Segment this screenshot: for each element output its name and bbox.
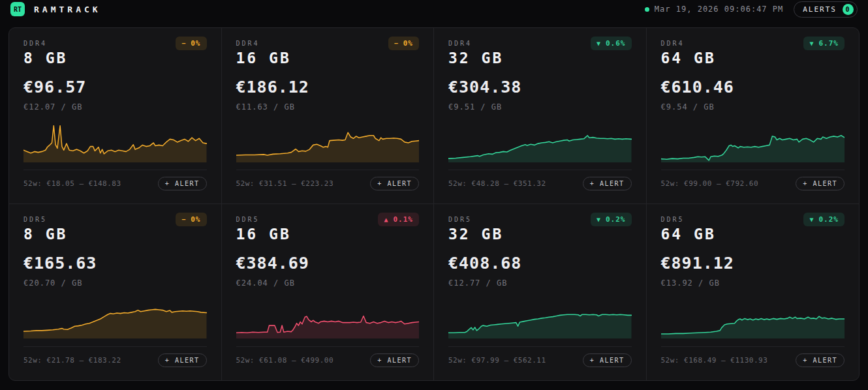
add-alert-button[interactable]: + ALERT bbox=[158, 353, 207, 367]
add-alert-button[interactable]: + ALERT bbox=[370, 353, 419, 367]
card-size: 32 GB bbox=[448, 226, 503, 243]
trend-badge: − 0% bbox=[176, 213, 206, 226]
sparkline-chart bbox=[23, 298, 207, 338]
trend-badge: − 0% bbox=[388, 37, 419, 50]
card-price: €384.69 bbox=[236, 254, 420, 273]
card-footer: 52w: €97.99 — €562.11 + ALERT bbox=[448, 346, 632, 367]
sparkline-chart bbox=[661, 298, 845, 338]
timestamp: Mar 19, 2026 09:06:47 PM bbox=[655, 5, 783, 14]
card-footer: 52w: €168.49 — €1130.93 + ALERT bbox=[661, 346, 845, 367]
card-size: 16 GB bbox=[236, 226, 291, 243]
card-price-per-gb: €9.51 / GB bbox=[448, 102, 632, 112]
card-size: 64 GB bbox=[661, 50, 716, 67]
trend-value: 0.1% bbox=[394, 215, 414, 224]
card-price-per-gb: €24.04 / GB bbox=[236, 278, 420, 288]
header: RT RAMTRACK Mar 19, 2026 09:06:47 PM ALE… bbox=[0, 0, 868, 18]
card-price: €96.57 bbox=[23, 78, 207, 97]
trend-direction-icon: − bbox=[181, 40, 186, 47]
card-price-per-gb: €9.54 / GB bbox=[661, 102, 845, 112]
trend-value: 0% bbox=[191, 215, 200, 224]
card-price: €610.46 bbox=[661, 78, 845, 97]
card-type-label: DDR5 bbox=[236, 214, 291, 223]
card-type-label: DDR5 bbox=[448, 214, 503, 223]
card-grid: DDR4 8 GB − 0% €96.57 €12.07 / GB 52w: €… bbox=[9, 28, 859, 380]
ram-card: DDR4 8 GB − 0% €96.57 €12.07 / GB 52w: €… bbox=[9, 28, 222, 204]
alerts-button-label: ALERTS bbox=[803, 5, 837, 14]
card-price-per-gb: €20.70 / GB bbox=[23, 278, 207, 288]
card-size: 8 GB bbox=[23, 226, 67, 243]
trend-direction-icon: ▼ bbox=[809, 40, 814, 47]
trend-badge: − 0% bbox=[176, 37, 206, 50]
card-size: 16 GB bbox=[236, 50, 291, 67]
trend-direction-icon: ▼ bbox=[597, 216, 601, 223]
trend-badge: ▲ 0.1% bbox=[378, 213, 419, 226]
card-size: 32 GB bbox=[448, 50, 503, 67]
trend-direction-icon: ▼ bbox=[809, 216, 814, 223]
card-price-per-gb: €13.92 / GB bbox=[661, 278, 845, 288]
card-type-label: DDR4 bbox=[23, 38, 67, 47]
card-footer: 52w: €21.78 — €183.22 + ALERT bbox=[23, 346, 207, 367]
ram-card: DDR4 64 GB ▼ 6.7% €610.46 €9.54 / GB 52w… bbox=[647, 28, 860, 204]
add-alert-button[interactable]: + ALERT bbox=[796, 353, 845, 367]
card-size: 64 GB bbox=[661, 226, 716, 243]
card-footer: 52w: €18.05 — €148.83 + ALERT bbox=[23, 170, 207, 190]
sparkline-chart bbox=[236, 298, 420, 338]
sparkline-chart bbox=[661, 122, 845, 162]
ram-card: DDR4 32 GB ▼ 0.6% €304.38 €9.51 / GB 52w… bbox=[434, 28, 647, 204]
card-price: €186.12 bbox=[236, 78, 420, 97]
card-price-per-gb: €12.77 / GB bbox=[448, 278, 632, 288]
card-52w-range: 52w: €18.05 — €148.83 bbox=[23, 179, 121, 188]
sparkline-chart bbox=[448, 298, 632, 338]
card-grid-container: DDR4 8 GB − 0% €96.57 €12.07 / GB 52w: €… bbox=[8, 27, 860, 381]
trend-value: 6.7% bbox=[819, 39, 839, 48]
card-footer: 52w: €61.08 — €499.00 + ALERT bbox=[236, 346, 420, 367]
trend-value: 0.2% bbox=[819, 215, 839, 224]
card-footer: 52w: €31.51 — €223.23 + ALERT bbox=[236, 170, 420, 190]
card-footer: 52w: €48.28 — €351.32 + ALERT bbox=[448, 170, 632, 190]
sparkline-chart bbox=[236, 122, 420, 162]
alerts-button[interactable]: ALERTS 0 bbox=[794, 1, 858, 18]
card-52w-range: 52w: €31.51 — €223.23 bbox=[236, 179, 334, 188]
alerts-count-badge: 0 bbox=[843, 4, 854, 15]
trend-direction-icon: − bbox=[181, 216, 186, 223]
trend-badge: ▼ 0.6% bbox=[591, 37, 632, 50]
trend-direction-icon: ▼ bbox=[597, 40, 601, 47]
sparkline-chart bbox=[448, 122, 632, 162]
trend-value: 0% bbox=[403, 39, 413, 48]
add-alert-button[interactable]: + ALERT bbox=[796, 177, 845, 190]
trend-badge: ▼ 0.2% bbox=[591, 213, 632, 226]
ram-card: DDR4 16 GB − 0% €186.12 €11.63 / GB 52w:… bbox=[222, 28, 435, 204]
ram-card: DDR5 64 GB ▼ 0.2% €891.12 €13.92 / GB 52… bbox=[647, 204, 860, 380]
trend-value: 0.2% bbox=[606, 215, 626, 224]
card-52w-range: 52w: €168.49 — €1130.93 bbox=[661, 356, 768, 365]
card-price-per-gb: €12.07 / GB bbox=[23, 102, 207, 112]
card-52w-range: 52w: €21.78 — €183.22 bbox=[23, 356, 121, 365]
card-52w-range: 52w: €61.08 — €499.00 bbox=[236, 356, 334, 365]
trend-direction-icon: ▲ bbox=[384, 216, 388, 223]
card-price-per-gb: €11.63 / GB bbox=[236, 102, 420, 112]
ram-card: DDR5 16 GB ▲ 0.1% €384.69 €24.04 / GB 52… bbox=[222, 204, 435, 380]
ram-card: DDR5 32 GB ▼ 0.2% €408.68 €12.77 / GB 52… bbox=[434, 204, 647, 380]
brand-logo: RT bbox=[10, 2, 25, 16]
card-type-label: DDR4 bbox=[661, 38, 716, 47]
trend-badge: ▼ 0.2% bbox=[803, 213, 845, 226]
add-alert-button[interactable]: + ALERT bbox=[158, 177, 207, 190]
card-footer: 52w: €99.00 — €792.60 + ALERT bbox=[661, 170, 845, 190]
trend-badge: ▼ 6.7% bbox=[803, 37, 845, 50]
card-size: 8 GB bbox=[23, 50, 67, 67]
trend-direction-icon: − bbox=[394, 40, 399, 47]
app-title: RAMTRACK bbox=[34, 5, 101, 14]
card-52w-range: 52w: €99.00 — €792.60 bbox=[661, 179, 759, 188]
add-alert-button[interactable]: + ALERT bbox=[583, 353, 632, 367]
card-type-label: DDR4 bbox=[236, 38, 291, 47]
card-price: €408.68 bbox=[448, 254, 632, 273]
card-type-label: DDR5 bbox=[661, 214, 716, 223]
sparkline-chart bbox=[23, 122, 207, 162]
card-52w-range: 52w: €97.99 — €562.11 bbox=[448, 356, 546, 365]
trend-value: 0% bbox=[191, 39, 200, 48]
add-alert-button[interactable]: + ALERT bbox=[370, 177, 419, 190]
add-alert-button[interactable]: + ALERT bbox=[583, 177, 632, 190]
card-type-label: DDR5 bbox=[23, 214, 67, 223]
card-price: €891.12 bbox=[661, 254, 845, 273]
ram-card: DDR5 8 GB − 0% €165.63 €20.70 / GB 52w: … bbox=[9, 204, 222, 380]
